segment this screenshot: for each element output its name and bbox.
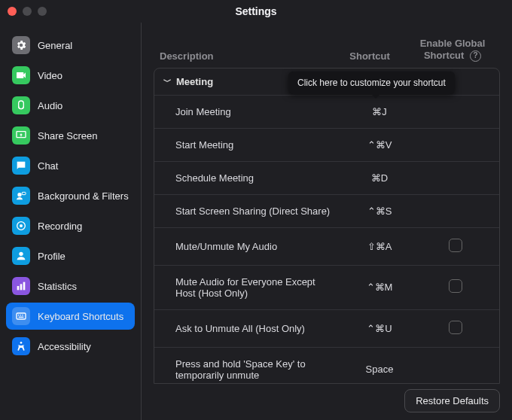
enable-global-cell: [421, 239, 490, 254]
sidebar-item-label: General: [38, 40, 72, 51]
shortcut-description: Start Meeting: [175, 139, 338, 151]
sidebar-item-label: Accessibility: [38, 341, 91, 352]
background-filters-icon: [12, 187, 30, 205]
enable-global-checkbox[interactable]: [449, 321, 462, 334]
header-shortcut: Shortcut: [328, 50, 411, 62]
shortcut-row: Start Screen Sharing (Direct Share)⌃⌘S: [154, 194, 499, 227]
main-panel: Description Shortcut Enable Global Short…: [142, 23, 512, 420]
shortcut-description: Press and hold 'Space Key' to temporaril…: [175, 358, 338, 381]
shortcut-row: Mute/Unmute My Audio⇧⌘A: [154, 227, 499, 265]
tooltip: Click here to customize your shortcut: [288, 72, 455, 94]
shortcuts-panel: Click here to customize your shortcut ﹀ …: [154, 68, 500, 384]
shortcut-keys[interactable]: ⌘J: [338, 106, 421, 117]
sidebar-item-label: Background & Filters: [38, 190, 129, 202]
shortcut-description: Mute Audio for Everyone Except Host (Hos…: [175, 276, 338, 299]
titlebar: Settings: [0, 0, 512, 23]
sidebar-item-chat[interactable]: Chat: [6, 152, 135, 179]
video-icon: [12, 66, 30, 84]
window-title: Settings: [0, 5, 512, 17]
enable-global-cell: [421, 279, 490, 295]
svg-rect-11: [20, 315, 21, 315]
sidebar-item-statistics[interactable]: Statistics: [6, 272, 135, 300]
sidebar-item-label: Audio: [38, 100, 62, 111]
svg-rect-9: [17, 313, 26, 319]
accessibility-icon: [12, 337, 30, 355]
general-icon: [12, 36, 30, 54]
shortcut-keys[interactable]: Space: [338, 364, 421, 375]
sidebar-item-label: Statistics: [38, 281, 77, 292]
restore-defaults-button[interactable]: Restore Defaults: [404, 389, 500, 412]
sidebar-item-label: Recording: [38, 221, 82, 232]
svg-rect-8: [23, 282, 26, 291]
recording-icon: [12, 217, 30, 235]
svg-rect-12: [22, 315, 23, 315]
footer: Restore Defaults: [404, 389, 500, 412]
svg-rect-6: [17, 286, 20, 290]
shortcut-description: Start Screen Sharing (Direct Share): [175, 205, 338, 217]
section-label: Meeting: [176, 76, 213, 87]
shortcut-keys[interactable]: ⌘D: [338, 172, 421, 184]
sidebar-item-label: Share Screen: [38, 130, 98, 142]
shortcut-row: Join Meeting⌘J: [154, 95, 499, 128]
sidebar-item-label: Keyboard Shortcuts: [38, 311, 123, 322]
audio-icon: [12, 96, 30, 114]
shortcut-description: Schedule Meeting: [175, 172, 338, 184]
shortcut-keys[interactable]: ⌃⌘S: [338, 205, 421, 217]
enable-global-checkbox[interactable]: [449, 239, 462, 252]
minimize-window-button[interactable]: [23, 7, 32, 16]
sidebar-item-label: Profile: [38, 251, 66, 262]
shortcut-row: Schedule Meeting⌘D: [154, 161, 499, 194]
share-screen-icon: [12, 126, 30, 145]
close-window-button[interactable]: [8, 7, 17, 16]
shortcut-description: Ask to Unmute All (Host Only): [175, 323, 338, 334]
svg-point-5: [19, 252, 23, 256]
svg-point-4: [20, 224, 23, 227]
shortcut-row: Press and hold 'Space Key' to temporaril…: [154, 347, 499, 384]
enable-global-cell: [421, 321, 490, 336]
shortcuts-list: Join Meeting⌘JStart Meeting⌃⌘VSchedule M…: [154, 95, 499, 384]
sidebar-item-label: Chat: [38, 160, 58, 172]
keyboard-shortcuts-icon: [12, 307, 30, 325]
sidebar-item-recording[interactable]: Recording: [6, 212, 135, 239]
column-headers: Description Shortcut Enable Global Short…: [154, 23, 500, 68]
sidebar-item-keyboard-shortcuts[interactable]: Keyboard Shortcuts: [6, 303, 135, 330]
shortcut-keys[interactable]: ⌃⌘V: [338, 139, 421, 151]
profile-icon: [12, 247, 30, 265]
chevron-down-icon: ﹀: [163, 76, 172, 87]
sidebar-item-video[interactable]: Video: [6, 62, 135, 89]
content: GeneralVideoAudioShare ScreenChatBackgro…: [0, 23, 512, 420]
svg-point-1: [17, 193, 21, 196]
svg-rect-7: [20, 284, 23, 290]
svg-point-14: [20, 342, 23, 344]
shortcut-row: Start Meeting⌃⌘V: [154, 128, 499, 161]
sidebar-item-general[interactable]: General: [6, 32, 135, 59]
enable-global-checkbox[interactable]: [449, 279, 462, 293]
shortcut-description: Join Meeting: [175, 106, 338, 117]
shortcut-row: Ask to Unmute All (Host Only)⌃⌘U: [154, 309, 499, 347]
window-controls: [0, 7, 47, 16]
help-icon[interactable]: ?: [470, 50, 481, 62]
svg-rect-13: [19, 317, 24, 318]
maximize-window-button[interactable]: [38, 7, 47, 16]
sidebar-item-share-screen[interactable]: Share Screen: [6, 122, 135, 149]
sidebar-item-background-filters[interactable]: Background & Filters: [6, 182, 135, 209]
shortcut-keys[interactable]: ⌃⌘U: [338, 323, 421, 334]
sidebar-item-audio[interactable]: Audio: [6, 92, 135, 119]
chat-icon: [12, 157, 30, 175]
sidebar-item-label: Video: [38, 70, 62, 81]
sidebar: GeneralVideoAudioShare ScreenChatBackgro…: [0, 23, 142, 420]
header-description: Description: [160, 50, 328, 62]
svg-rect-10: [18, 315, 19, 315]
shortcut-keys[interactable]: ⌃⌘M: [338, 282, 421, 293]
shortcut-keys[interactable]: ⇧⌘A: [338, 241, 421, 252]
shortcut-row: Mute Audio for Everyone Except Host (Hos…: [154, 265, 499, 309]
sidebar-item-accessibility[interactable]: Accessibility: [6, 333, 135, 360]
sidebar-item-profile[interactable]: Profile: [6, 242, 135, 269]
shortcut-description: Mute/Unmute My Audio: [175, 241, 338, 252]
statistics-icon: [12, 277, 30, 295]
header-enable-global: Enable Global Shortcut ?: [411, 38, 494, 62]
svg-rect-2: [22, 192, 26, 194]
